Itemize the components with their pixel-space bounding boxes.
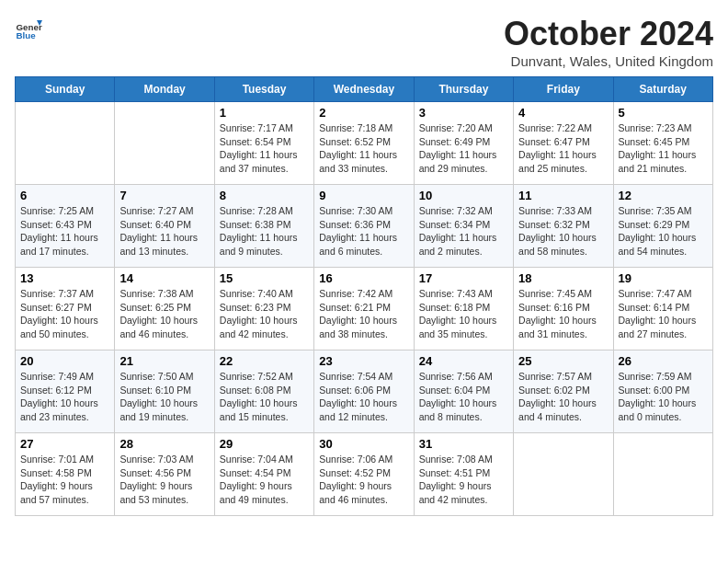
day-header-wednesday: Wednesday [314, 77, 414, 102]
calendar-cell: 8Sunrise: 7:28 AM Sunset: 6:38 PM Daylig… [214, 185, 313, 268]
date-number: 10 [419, 189, 508, 202]
cell-info: Sunrise: 7:30 AM Sunset: 6:36 PM Dayligh… [319, 204, 408, 259]
calendar-cell: 1Sunrise: 7:17 AM Sunset: 6:54 PM Daylig… [214, 102, 313, 185]
date-number: 24 [419, 354, 508, 368]
cell-info: Sunrise: 7:17 AM Sunset: 6:54 PM Dayligh… [220, 121, 309, 176]
logo: General Blue [15, 15, 42, 42]
cell-info: Sunrise: 7:32 AM Sunset: 6:34 PM Dayligh… [419, 204, 508, 259]
cell-info: Sunrise: 7:04 AM Sunset: 4:54 PM Dayligh… [220, 453, 309, 507]
date-number: 26 [619, 354, 708, 368]
date-number: 12 [619, 189, 708, 202]
calendar-cell: 26Sunrise: 7:59 AM Sunset: 6:00 PM Dayli… [613, 350, 712, 433]
cell-info: Sunrise: 7:49 AM Sunset: 6:12 PM Dayligh… [20, 370, 109, 424]
day-header-friday: Friday [514, 77, 613, 102]
date-number: 9 [319, 189, 408, 202]
calendar-cell: 23Sunrise: 7:54 AM Sunset: 6:06 PM Dayli… [314, 350, 414, 433]
day-header-tuesday: Tuesday [214, 77, 313, 102]
date-number: 1 [220, 106, 309, 120]
date-number: 19 [619, 271, 708, 285]
calendar-cell: 20Sunrise: 7:49 AM Sunset: 6:12 PM Dayli… [16, 350, 115, 433]
calendar-cell: 17Sunrise: 7:43 AM Sunset: 6:18 PM Dayli… [414, 268, 513, 350]
calendar-cell: 3Sunrise: 7:20 AM Sunset: 6:49 PM Daylig… [414, 102, 513, 185]
cell-info: Sunrise: 7:20 AM Sunset: 6:49 PM Dayligh… [419, 121, 508, 176]
calendar-cell: 15Sunrise: 7:40 AM Sunset: 6:23 PM Dayli… [214, 268, 313, 350]
calendar-cell: 9Sunrise: 7:30 AM Sunset: 6:36 PM Daylig… [314, 185, 414, 268]
cell-info: Sunrise: 7:23 AM Sunset: 6:45 PM Dayligh… [619, 121, 708, 176]
cell-info: Sunrise: 7:28 AM Sunset: 6:38 PM Dayligh… [220, 204, 309, 259]
date-number: 11 [518, 189, 608, 202]
calendar-table: SundayMondayTuesdayWednesdayThursdayFrid… [15, 76, 713, 516]
cell-info: Sunrise: 7:06 AM Sunset: 4:52 PM Dayligh… [319, 453, 408, 507]
cell-info: Sunrise: 7:33 AM Sunset: 6:32 PM Dayligh… [518, 204, 608, 259]
month-title: October 2024 [504, 15, 713, 53]
cell-info: Sunrise: 7:56 AM Sunset: 6:04 PM Dayligh… [419, 370, 508, 424]
cell-info: Sunrise: 7:27 AM Sunset: 6:40 PM Dayligh… [119, 204, 209, 259]
cell-info: Sunrise: 7:03 AM Sunset: 4:56 PM Dayligh… [119, 453, 209, 507]
date-number: 4 [518, 106, 608, 120]
cell-info: Sunrise: 7:18 AM Sunset: 6:52 PM Dayligh… [319, 121, 408, 176]
cell-info: Sunrise: 7:01 AM Sunset: 4:58 PM Dayligh… [20, 453, 109, 507]
date-number: 20 [20, 354, 109, 368]
calendar-cell: 10Sunrise: 7:32 AM Sunset: 6:34 PM Dayli… [414, 185, 513, 268]
calendar-cell [16, 102, 115, 185]
day-header-thursday: Thursday [414, 77, 513, 102]
date-number: 3 [419, 106, 508, 120]
calendar-cell: 18Sunrise: 7:45 AM Sunset: 6:16 PM Dayli… [514, 268, 613, 350]
calendar-cell: 21Sunrise: 7:50 AM Sunset: 6:10 PM Dayli… [115, 350, 214, 433]
date-number: 28 [119, 437, 209, 451]
calendar-cell: 28Sunrise: 7:03 AM Sunset: 4:56 PM Dayli… [115, 433, 214, 516]
day-header-saturday: Saturday [613, 77, 712, 102]
calendar-cell: 4Sunrise: 7:22 AM Sunset: 6:47 PM Daylig… [514, 102, 613, 185]
calendar-cell: 30Sunrise: 7:06 AM Sunset: 4:52 PM Dayli… [314, 433, 414, 516]
date-number: 17 [419, 271, 508, 285]
cell-info: Sunrise: 7:35 AM Sunset: 6:29 PM Dayligh… [619, 204, 708, 259]
cell-info: Sunrise: 7:08 AM Sunset: 4:51 PM Dayligh… [419, 453, 508, 507]
cell-info: Sunrise: 7:45 AM Sunset: 6:16 PM Dayligh… [518, 287, 608, 341]
date-number: 31 [419, 437, 508, 451]
calendar-cell: 11Sunrise: 7:33 AM Sunset: 6:32 PM Dayli… [514, 185, 613, 268]
date-number: 27 [20, 437, 109, 451]
date-number: 23 [319, 354, 408, 368]
calendar-cell: 22Sunrise: 7:52 AM Sunset: 6:08 PM Dayli… [214, 350, 313, 433]
date-number: 22 [220, 354, 309, 368]
calendar-cell: 29Sunrise: 7:04 AM Sunset: 4:54 PM Dayli… [214, 433, 313, 516]
cell-info: Sunrise: 7:22 AM Sunset: 6:47 PM Dayligh… [518, 121, 608, 176]
cell-info: Sunrise: 7:59 AM Sunset: 6:00 PM Dayligh… [619, 370, 708, 424]
day-header-sunday: Sunday [16, 77, 115, 102]
date-number: 8 [220, 189, 309, 202]
calendar-cell: 14Sunrise: 7:38 AM Sunset: 6:25 PM Dayli… [115, 268, 214, 350]
cell-info: Sunrise: 7:37 AM Sunset: 6:27 PM Dayligh… [20, 287, 109, 341]
date-number: 29 [220, 437, 309, 451]
calendar-cell: 6Sunrise: 7:25 AM Sunset: 6:43 PM Daylig… [16, 185, 115, 268]
calendar-cell: 12Sunrise: 7:35 AM Sunset: 6:29 PM Dayli… [613, 185, 712, 268]
cell-info: Sunrise: 7:57 AM Sunset: 6:02 PM Dayligh… [518, 370, 608, 424]
calendar-cell [613, 433, 712, 516]
calendar-cell [514, 433, 613, 516]
date-number: 18 [518, 271, 608, 285]
date-number: 25 [518, 354, 608, 368]
date-number: 7 [119, 189, 209, 202]
cell-info: Sunrise: 7:43 AM Sunset: 6:18 PM Dayligh… [419, 287, 508, 341]
logo-icon: General Blue [15, 15, 42, 42]
calendar-cell: 13Sunrise: 7:37 AM Sunset: 6:27 PM Dayli… [16, 268, 115, 350]
title-area: October 2024 Dunvant, Wales, United King… [504, 15, 713, 69]
calendar-cell: 5Sunrise: 7:23 AM Sunset: 6:45 PM Daylig… [613, 102, 712, 185]
calendar-cell: 7Sunrise: 7:27 AM Sunset: 6:40 PM Daylig… [115, 185, 214, 268]
calendar-cell: 24Sunrise: 7:56 AM Sunset: 6:04 PM Dayli… [414, 350, 513, 433]
date-number: 2 [319, 106, 408, 120]
cell-info: Sunrise: 7:40 AM Sunset: 6:23 PM Dayligh… [220, 287, 309, 341]
cell-info: Sunrise: 7:38 AM Sunset: 6:25 PM Dayligh… [119, 287, 209, 341]
date-number: 5 [619, 106, 708, 120]
calendar-cell: 27Sunrise: 7:01 AM Sunset: 4:58 PM Dayli… [16, 433, 115, 516]
cell-info: Sunrise: 7:47 AM Sunset: 6:14 PM Dayligh… [619, 287, 708, 341]
calendar-cell: 19Sunrise: 7:47 AM Sunset: 6:14 PM Dayli… [613, 268, 712, 350]
day-header-monday: Monday [115, 77, 214, 102]
date-number: 30 [319, 437, 408, 451]
date-number: 13 [20, 271, 109, 285]
calendar-cell: 16Sunrise: 7:42 AM Sunset: 6:21 PM Dayli… [314, 268, 414, 350]
cell-info: Sunrise: 7:52 AM Sunset: 6:08 PM Dayligh… [220, 370, 309, 424]
calendar-cell [115, 102, 214, 185]
location: Dunvant, Wales, United Kingdom [504, 53, 713, 69]
cell-info: Sunrise: 7:42 AM Sunset: 6:21 PM Dayligh… [319, 287, 408, 341]
date-number: 21 [119, 354, 209, 368]
